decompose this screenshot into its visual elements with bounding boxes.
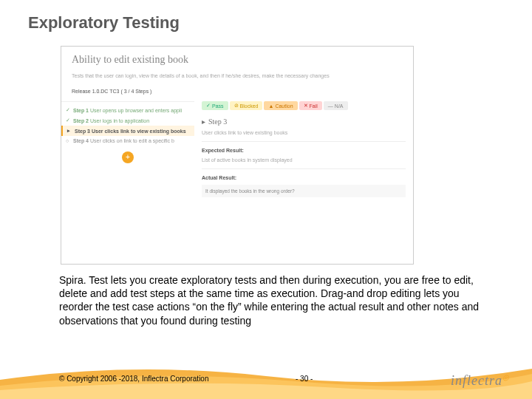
- expected-value: List of active books in system displayed: [202, 157, 406, 169]
- steps-list: ✓Step 1 User opens up browser and enters…: [61, 101, 194, 197]
- expected-label: Expected Result:: [202, 148, 406, 153]
- release-label: Release 1.0.DC TC3 ( 3 / 4 Steps ): [72, 89, 403, 94]
- add-step-button[interactable]: +: [122, 151, 134, 163]
- step-detail-desc: User clicks link to view existing books: [202, 130, 406, 142]
- step-item-active[interactable]: ▸Step 3 User clicks link to view existin…: [61, 126, 194, 136]
- actual-value[interactable]: It displayed the books in the wrong orde…: [202, 185, 406, 197]
- logo: inflectra◎: [451, 373, 510, 389]
- na-button[interactable]: — N/A: [324, 101, 348, 110]
- step-item[interactable]: ✓Step 2 User logs in to application: [61, 115, 194, 126]
- check-icon: ✓: [66, 107, 73, 113]
- body-text: Spira. Test lets you create exploratory …: [59, 273, 480, 327]
- page-number: - 30 -: [296, 375, 313, 383]
- blocked-button[interactable]: ⊘ Blocked: [230, 101, 263, 110]
- check-icon: ✓: [66, 117, 73, 123]
- step-item[interactable]: ✓Step 1 User opens up browser and enters…: [61, 105, 194, 115]
- screenshot-desc: Tests that the user can login, view the …: [72, 73, 403, 78]
- fail-button[interactable]: ✕ Fail: [299, 101, 322, 110]
- status-bar: ✓ Pass ⊘ Blocked ▲ Caution ✕ Fail — N/A: [202, 101, 406, 110]
- pass-button[interactable]: ✓ Pass: [202, 101, 228, 110]
- logo-mark-icon: ◎: [502, 373, 510, 381]
- flag-icon: ▸: [202, 117, 205, 126]
- page-title: Exploratory Testing: [0, 0, 532, 33]
- screenshot-panel: Ability to edit existing book Tests that…: [61, 46, 414, 265]
- actual-label: Actual Result:: [202, 175, 406, 180]
- copyright: © Copyright 2006 -2018, Inflectra Corpor…: [59, 375, 208, 383]
- play-icon: ▸: [67, 128, 75, 134]
- step-item[interactable]: ○Step 4 User clicks on link to edit a sp…: [61, 136, 194, 146]
- caution-button[interactable]: ▲ Caution: [264, 101, 297, 110]
- step-detail-title: ▸Step 3: [202, 117, 406, 126]
- screenshot-title: Ability to edit existing book: [72, 54, 403, 66]
- circle-icon: ○: [66, 138, 73, 143]
